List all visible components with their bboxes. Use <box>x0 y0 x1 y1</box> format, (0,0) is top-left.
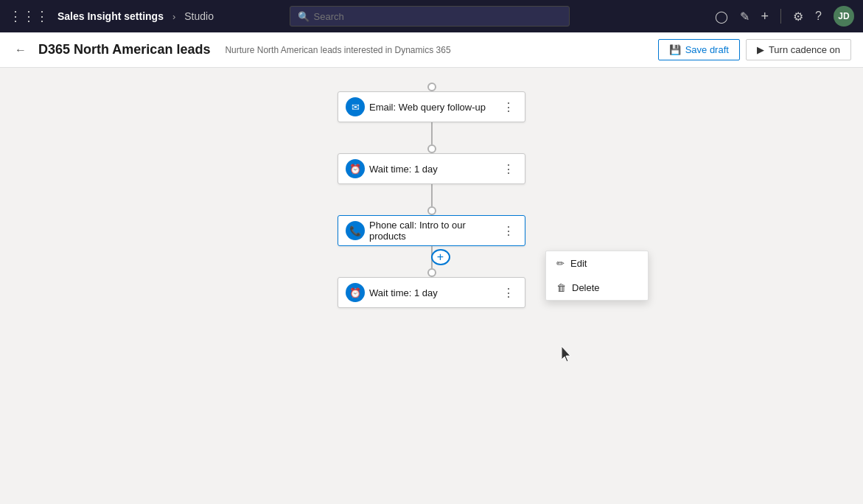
context-menu-edit[interactable]: ✏ Edit <box>546 251 648 276</box>
delete-label: Delete <box>572 282 600 293</box>
clock-icon-badge-1: ⏰ <box>346 159 365 178</box>
turn-cadence-on-button[interactable]: ▶ Turn cadence on <box>746 39 851 60</box>
page-description: Nurture North American leads interested … <box>225 45 450 55</box>
page-title: D365 North American leads <box>38 42 210 57</box>
email-icon-badge: ✉ <box>346 97 365 116</box>
flow-card-wait-1: ⏰ Wait time: 1 day ⋮ <box>338 153 525 184</box>
wait-card-2-label: Wait time: 1 day <box>369 287 500 298</box>
studio-label: Studio <box>184 10 214 22</box>
phone-card-menu[interactable]: ⋮ <box>500 221 517 241</box>
connector-dot-2 <box>427 144 436 153</box>
context-menu-delete[interactable]: 🗑 Delete <box>546 276 648 300</box>
flow-line-1 <box>431 122 433 144</box>
add-step-button[interactable]: + <box>431 249 450 265</box>
context-menu: ✏ Edit 🗑 Delete <box>545 251 649 301</box>
mouse-cursor <box>562 346 573 363</box>
delete-icon: 🗑 <box>556 282 566 293</box>
add-icon[interactable]: + <box>761 9 769 24</box>
edit-icon: ✏ <box>556 258 565 269</box>
search-icon: 🔍 <box>298 11 310 22</box>
refresh-icon[interactable]: ◯ <box>715 10 728 24</box>
phone-card-label: Phone call: Intro to our products <box>369 220 500 242</box>
settings-icon[interactable]: ⚙ <box>793 10 803 24</box>
search-input[interactable] <box>314 11 562 22</box>
clock-icon-badge-2: ⏰ <box>346 283 365 302</box>
sub-header: ← D365 North American leads Nurture Nort… <box>0 32 863 68</box>
flow-card-phone: 📞 Phone call: Intro to our products ⋮ <box>338 215 525 246</box>
email-card-label: Email: Web query follow-up <box>369 102 500 113</box>
phone-icon-badge: 📞 <box>346 221 365 240</box>
play-icon: ▶ <box>757 44 764 55</box>
nav-divider <box>780 9 781 24</box>
avatar[interactable]: JD <box>834 6 854 27</box>
connector-dot-1 <box>427 83 436 91</box>
top-nav: ⋮⋮⋮ Sales Insight settings › Studio 🔍 ◯ … <box>0 0 863 32</box>
breadcrumb-sep: › <box>172 11 175 22</box>
lightbulb-icon[interactable]: ✎ <box>740 10 750 24</box>
connector-dot-3 <box>427 206 436 215</box>
app-title: Sales Insight settings <box>57 10 164 22</box>
flow-container: ✉ Email: Web query follow-up ⋮ ⏰ Wait ti… <box>336 83 528 308</box>
connector-dot-4 <box>427 268 436 277</box>
wait-card-1-menu[interactable]: ⋮ <box>500 159 517 179</box>
email-card-menu[interactable]: ⋮ <box>500 97 517 117</box>
nav-icons: ◯ ✎ + ⚙ ? JD <box>715 6 854 27</box>
save-draft-button[interactable]: 💾 Save draft <box>658 39 740 60</box>
flow-card-wait-2: ⏰ Wait time: 1 day ⋮ <box>338 277 525 308</box>
search-bar[interactable]: 🔍 <box>290 6 570 27</box>
flow-line-2 <box>431 184 433 206</box>
back-button[interactable]: ← <box>12 41 29 60</box>
sub-header-actions: 💾 Save draft ▶ Turn cadence on <box>658 39 851 60</box>
flow-card-email: ✉ Email: Web query follow-up ⋮ <box>338 91 525 122</box>
save-icon: 💾 <box>669 44 681 55</box>
flow-line-3: + <box>431 246 433 268</box>
help-icon[interactable]: ? <box>815 10 822 23</box>
canvas: ✉ Email: Web query follow-up ⋮ ⏰ Wait ti… <box>0 68 863 504</box>
wait-card-1-label: Wait time: 1 day <box>369 164 500 175</box>
wait-card-2-menu[interactable]: ⋮ <box>500 283 517 303</box>
app-grid-icon[interactable]: ⋮⋮⋮ <box>9 8 49 24</box>
edit-label: Edit <box>570 258 587 269</box>
